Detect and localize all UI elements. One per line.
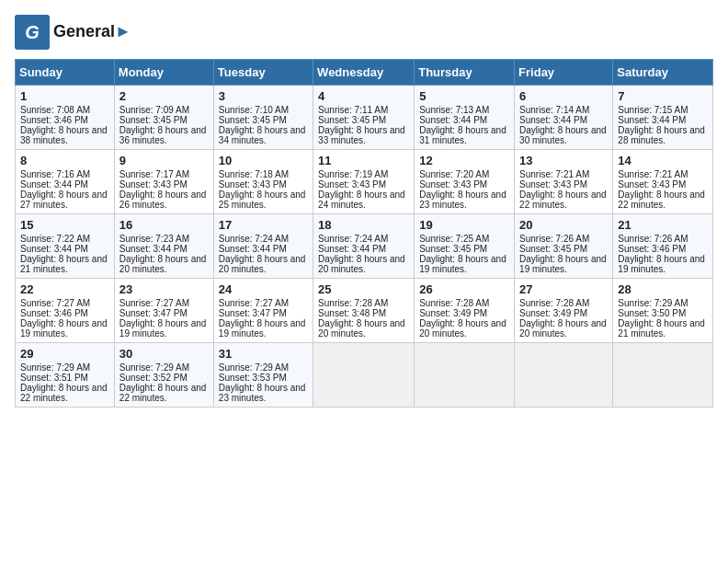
calendar-week-2: 8Sunrise: 7:16 AMSunset: 3:44 PMDaylight… bbox=[16, 150, 713, 214]
sunrise-label: Sunrise: 7:18 AM bbox=[219, 169, 289, 179]
day-number: 2 bbox=[119, 89, 209, 103]
sunrise-label: Sunrise: 7:19 AM bbox=[318, 169, 388, 179]
day-cell-14: 14Sunrise: 7:21 AMSunset: 3:43 PMDayligh… bbox=[613, 150, 713, 214]
sunrise-label: Sunrise: 7:29 AM bbox=[119, 362, 189, 373]
sunrise-label: Sunrise: 7:24 AM bbox=[318, 234, 388, 244]
day-cell-26: 26Sunrise: 7:28 AMSunset: 3:49 PMDayligh… bbox=[415, 279, 515, 343]
day-cell-5: 5Sunrise: 7:13 AMSunset: 3:44 PMDaylight… bbox=[415, 86, 515, 150]
day-cell-23: 23Sunrise: 7:27 AMSunset: 3:47 PMDayligh… bbox=[114, 279, 213, 343]
sunset-label: Sunset: 3:44 PM bbox=[219, 244, 287, 254]
sunset-label: Sunset: 3:44 PM bbox=[618, 115, 686, 125]
col-thursday: Thursday bbox=[415, 60, 515, 86]
empty-cell bbox=[313, 343, 415, 408]
sunset-label: Sunset: 3:45 PM bbox=[318, 115, 386, 125]
daylight-label: Daylight: 8 hours and 19 minutes. bbox=[20, 318, 108, 339]
day-cell-21: 21Sunrise: 7:26 AMSunset: 3:46 PMDayligh… bbox=[613, 214, 713, 279]
daylight-label: Daylight: 8 hours and 19 minutes. bbox=[618, 254, 705, 274]
day-number: 25 bbox=[318, 282, 409, 296]
daylight-label: Daylight: 8 hours and 22 minutes. bbox=[618, 190, 705, 210]
day-cell-20: 20Sunrise: 7:26 AMSunset: 3:45 PMDayligh… bbox=[515, 214, 613, 279]
day-cell-15: 15Sunrise: 7:22 AMSunset: 3:44 PMDayligh… bbox=[16, 214, 115, 279]
daylight-label: Daylight: 8 hours and 20 minutes. bbox=[219, 254, 306, 274]
sunrise-label: Sunrise: 7:26 AM bbox=[618, 234, 688, 244]
page-header: G General► bbox=[15, 15, 713, 50]
day-number: 4 bbox=[318, 89, 409, 103]
sunset-label: Sunset: 3:45 PM bbox=[519, 244, 587, 254]
day-cell-6: 6Sunrise: 7:14 AMSunset: 3:44 PMDaylight… bbox=[515, 86, 613, 150]
sunrise-label: Sunrise: 7:29 AM bbox=[219, 362, 289, 373]
sunrise-label: Sunrise: 7:24 AM bbox=[219, 234, 289, 244]
day-number: 19 bbox=[419, 218, 509, 232]
day-number: 15 bbox=[20, 218, 109, 232]
sunset-label: Sunset: 3:46 PM bbox=[618, 244, 686, 254]
sunrise-label: Sunrise: 7:16 AM bbox=[20, 169, 90, 179]
day-cell-10: 10Sunrise: 7:18 AMSunset: 3:43 PMDayligh… bbox=[213, 150, 313, 214]
calendar-table: Sunday Monday Tuesday Wednesday Thursday… bbox=[15, 59, 713, 408]
sunrise-label: Sunrise: 7:27 AM bbox=[20, 298, 90, 308]
day-number: 20 bbox=[519, 218, 608, 232]
daylight-label: Daylight: 8 hours and 22 minutes. bbox=[519, 190, 607, 210]
day-number: 6 bbox=[519, 89, 608, 103]
day-cell-30: 30Sunrise: 7:29 AMSunset: 3:52 PMDayligh… bbox=[114, 343, 213, 408]
daylight-label: Daylight: 8 hours and 28 minutes. bbox=[618, 125, 705, 145]
day-cell-12: 12Sunrise: 7:20 AMSunset: 3:43 PMDayligh… bbox=[415, 150, 515, 214]
day-number: 31 bbox=[219, 347, 308, 361]
day-number: 12 bbox=[419, 154, 509, 167]
sunrise-label: Sunrise: 7:21 AM bbox=[519, 169, 589, 179]
sunrise-label: Sunrise: 7:10 AM bbox=[219, 105, 289, 115]
sunset-label: Sunset: 3:43 PM bbox=[519, 179, 587, 190]
day-cell-16: 16Sunrise: 7:23 AMSunset: 3:44 PMDayligh… bbox=[114, 214, 213, 279]
calendar-week-4: 22Sunrise: 7:27 AMSunset: 3:46 PMDayligh… bbox=[16, 279, 713, 343]
day-number: 21 bbox=[618, 218, 708, 232]
empty-cell bbox=[515, 343, 613, 408]
sunrise-label: Sunrise: 7:26 AM bbox=[519, 234, 589, 244]
day-cell-4: 4Sunrise: 7:11 AMSunset: 3:45 PMDaylight… bbox=[313, 86, 415, 150]
daylight-label: Daylight: 8 hours and 20 minutes. bbox=[519, 318, 607, 339]
daylight-label: Daylight: 8 hours and 26 minutes. bbox=[119, 190, 207, 210]
daylight-label: Daylight: 8 hours and 30 minutes. bbox=[519, 125, 607, 145]
daylight-label: Daylight: 8 hours and 36 minutes. bbox=[119, 125, 207, 145]
logo-square: G bbox=[15, 15, 50, 50]
daylight-label: Daylight: 8 hours and 31 minutes. bbox=[419, 125, 506, 145]
sunset-label: Sunset: 3:43 PM bbox=[618, 179, 686, 190]
daylight-label: Daylight: 8 hours and 19 minutes. bbox=[519, 254, 607, 274]
day-number: 10 bbox=[219, 154, 308, 167]
daylight-label: Daylight: 8 hours and 19 minutes. bbox=[419, 254, 506, 274]
daylight-label: Daylight: 8 hours and 34 minutes. bbox=[219, 125, 306, 145]
daylight-label: Daylight: 8 hours and 19 minutes. bbox=[119, 318, 207, 339]
sunrise-label: Sunrise: 7:23 AM bbox=[119, 234, 189, 244]
daylight-label: Daylight: 8 hours and 22 minutes. bbox=[119, 383, 207, 403]
day-cell-17: 17Sunrise: 7:24 AMSunset: 3:44 PMDayligh… bbox=[213, 214, 313, 279]
col-tuesday: Tuesday bbox=[213, 60, 313, 86]
daylight-label: Daylight: 8 hours and 25 minutes. bbox=[219, 190, 306, 210]
sunrise-label: Sunrise: 7:29 AM bbox=[618, 298, 688, 308]
col-monday: Monday bbox=[114, 60, 213, 86]
sunset-label: Sunset: 3:44 PM bbox=[419, 115, 487, 125]
daylight-label: Daylight: 8 hours and 21 minutes. bbox=[20, 254, 108, 274]
sunset-label: Sunset: 3:50 PM bbox=[618, 308, 686, 318]
day-number: 7 bbox=[618, 89, 708, 103]
day-number: 18 bbox=[318, 218, 409, 232]
sunrise-label: Sunrise: 7:13 AM bbox=[419, 105, 489, 115]
day-cell-18: 18Sunrise: 7:24 AMSunset: 3:44 PMDayligh… bbox=[313, 214, 415, 279]
sunset-label: Sunset: 3:44 PM bbox=[318, 244, 386, 254]
sunrise-label: Sunrise: 7:27 AM bbox=[219, 298, 289, 308]
day-cell-27: 27Sunrise: 7:28 AMSunset: 3:49 PMDayligh… bbox=[515, 279, 613, 343]
daylight-label: Daylight: 8 hours and 27 minutes. bbox=[20, 190, 108, 210]
daylight-label: Daylight: 8 hours and 33 minutes. bbox=[318, 125, 405, 145]
sunset-label: Sunset: 3:44 PM bbox=[20, 244, 88, 254]
day-number: 24 bbox=[219, 282, 308, 296]
day-cell-2: 2Sunrise: 7:09 AMSunset: 3:45 PMDaylight… bbox=[114, 86, 213, 150]
daylight-label: Daylight: 8 hours and 23 minutes. bbox=[419, 190, 506, 210]
day-cell-8: 8Sunrise: 7:16 AMSunset: 3:44 PMDaylight… bbox=[16, 150, 115, 214]
sunset-label: Sunset: 3:45 PM bbox=[419, 244, 487, 254]
sunset-label: Sunset: 3:48 PM bbox=[318, 308, 386, 318]
logo-letter: G bbox=[25, 22, 40, 43]
sunset-label: Sunset: 3:47 PM bbox=[219, 308, 287, 318]
day-cell-1: 1Sunrise: 7:08 AMSunset: 3:46 PMDaylight… bbox=[16, 86, 115, 150]
sunset-label: Sunset: 3:46 PM bbox=[20, 308, 88, 318]
sunrise-label: Sunrise: 7:27 AM bbox=[119, 298, 189, 308]
col-wednesday: Wednesday bbox=[313, 60, 415, 86]
day-number: 28 bbox=[618, 282, 708, 296]
sunrise-label: Sunrise: 7:14 AM bbox=[519, 105, 589, 115]
